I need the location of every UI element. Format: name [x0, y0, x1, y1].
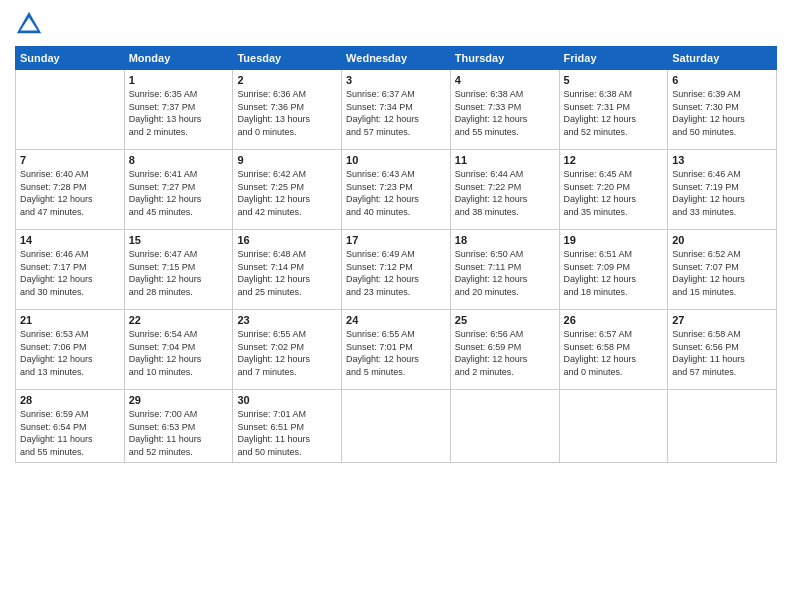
day-info: Sunrise: 6:51 AM Sunset: 7:09 PM Dayligh…	[564, 248, 664, 298]
day-number: 7	[20, 154, 120, 166]
day-number: 3	[346, 74, 446, 86]
calendar-cell	[668, 390, 777, 463]
day-info: Sunrise: 6:44 AM Sunset: 7:22 PM Dayligh…	[455, 168, 555, 218]
page-container: SundayMondayTuesdayWednesdayThursdayFrid…	[0, 0, 792, 468]
calendar-week-4: 28Sunrise: 6:59 AM Sunset: 6:54 PM Dayli…	[16, 390, 777, 463]
calendar-cell: 25Sunrise: 6:56 AM Sunset: 6:59 PM Dayli…	[450, 310, 559, 390]
calendar-cell: 21Sunrise: 6:53 AM Sunset: 7:06 PM Dayli…	[16, 310, 125, 390]
calendar-cell	[342, 390, 451, 463]
day-number: 25	[455, 314, 555, 326]
day-info: Sunrise: 6:56 AM Sunset: 6:59 PM Dayligh…	[455, 328, 555, 378]
calendar-week-3: 21Sunrise: 6:53 AM Sunset: 7:06 PM Dayli…	[16, 310, 777, 390]
day-number: 6	[672, 74, 772, 86]
day-number: 17	[346, 234, 446, 246]
calendar-week-2: 14Sunrise: 6:46 AM Sunset: 7:17 PM Dayli…	[16, 230, 777, 310]
calendar-cell: 5Sunrise: 6:38 AM Sunset: 7:31 PM Daylig…	[559, 70, 668, 150]
calendar-cell: 22Sunrise: 6:54 AM Sunset: 7:04 PM Dayli…	[124, 310, 233, 390]
day-number: 13	[672, 154, 772, 166]
day-number: 5	[564, 74, 664, 86]
day-number: 10	[346, 154, 446, 166]
logo-icon	[15, 10, 43, 38]
calendar-cell: 2Sunrise: 6:36 AM Sunset: 7:36 PM Daylig…	[233, 70, 342, 150]
day-number: 4	[455, 74, 555, 86]
day-info: Sunrise: 7:01 AM Sunset: 6:51 PM Dayligh…	[237, 408, 337, 458]
day-info: Sunrise: 6:47 AM Sunset: 7:15 PM Dayligh…	[129, 248, 229, 298]
col-header-sunday: Sunday	[16, 47, 125, 70]
calendar-cell: 23Sunrise: 6:55 AM Sunset: 7:02 PM Dayli…	[233, 310, 342, 390]
day-number: 24	[346, 314, 446, 326]
calendar-cell: 4Sunrise: 6:38 AM Sunset: 7:33 PM Daylig…	[450, 70, 559, 150]
day-info: Sunrise: 6:36 AM Sunset: 7:36 PM Dayligh…	[237, 88, 337, 138]
day-info: Sunrise: 6:57 AM Sunset: 6:58 PM Dayligh…	[564, 328, 664, 378]
calendar-cell: 27Sunrise: 6:58 AM Sunset: 6:56 PM Dayli…	[668, 310, 777, 390]
calendar-cell: 20Sunrise: 6:52 AM Sunset: 7:07 PM Dayli…	[668, 230, 777, 310]
calendar-cell: 19Sunrise: 6:51 AM Sunset: 7:09 PM Dayli…	[559, 230, 668, 310]
calendar-cell: 30Sunrise: 7:01 AM Sunset: 6:51 PM Dayli…	[233, 390, 342, 463]
day-number: 18	[455, 234, 555, 246]
day-info: Sunrise: 7:00 AM Sunset: 6:53 PM Dayligh…	[129, 408, 229, 458]
calendar-week-0: 1Sunrise: 6:35 AM Sunset: 7:37 PM Daylig…	[16, 70, 777, 150]
day-info: Sunrise: 6:48 AM Sunset: 7:14 PM Dayligh…	[237, 248, 337, 298]
day-number: 27	[672, 314, 772, 326]
calendar-cell	[450, 390, 559, 463]
calendar-table: SundayMondayTuesdayWednesdayThursdayFrid…	[15, 46, 777, 463]
day-info: Sunrise: 6:52 AM Sunset: 7:07 PM Dayligh…	[672, 248, 772, 298]
calendar-cell: 10Sunrise: 6:43 AM Sunset: 7:23 PM Dayli…	[342, 150, 451, 230]
col-header-thursday: Thursday	[450, 47, 559, 70]
calendar-cell: 18Sunrise: 6:50 AM Sunset: 7:11 PM Dayli…	[450, 230, 559, 310]
calendar-cell: 24Sunrise: 6:55 AM Sunset: 7:01 PM Dayli…	[342, 310, 451, 390]
calendar-cell: 11Sunrise: 6:44 AM Sunset: 7:22 PM Dayli…	[450, 150, 559, 230]
calendar-cell: 16Sunrise: 6:48 AM Sunset: 7:14 PM Dayli…	[233, 230, 342, 310]
calendar-cell: 7Sunrise: 6:40 AM Sunset: 7:28 PM Daylig…	[16, 150, 125, 230]
day-info: Sunrise: 6:54 AM Sunset: 7:04 PM Dayligh…	[129, 328, 229, 378]
calendar-cell: 14Sunrise: 6:46 AM Sunset: 7:17 PM Dayli…	[16, 230, 125, 310]
logo	[15, 10, 47, 38]
day-number: 20	[672, 234, 772, 246]
day-info: Sunrise: 6:41 AM Sunset: 7:27 PM Dayligh…	[129, 168, 229, 218]
day-info: Sunrise: 6:38 AM Sunset: 7:33 PM Dayligh…	[455, 88, 555, 138]
col-header-saturday: Saturday	[668, 47, 777, 70]
day-number: 28	[20, 394, 120, 406]
day-info: Sunrise: 6:39 AM Sunset: 7:30 PM Dayligh…	[672, 88, 772, 138]
day-info: Sunrise: 6:53 AM Sunset: 7:06 PM Dayligh…	[20, 328, 120, 378]
day-number: 8	[129, 154, 229, 166]
col-header-tuesday: Tuesday	[233, 47, 342, 70]
calendar-cell: 6Sunrise: 6:39 AM Sunset: 7:30 PM Daylig…	[668, 70, 777, 150]
day-info: Sunrise: 6:45 AM Sunset: 7:20 PM Dayligh…	[564, 168, 664, 218]
day-number: 2	[237, 74, 337, 86]
calendar-cell: 13Sunrise: 6:46 AM Sunset: 7:19 PM Dayli…	[668, 150, 777, 230]
day-number: 9	[237, 154, 337, 166]
day-info: Sunrise: 6:46 AM Sunset: 7:19 PM Dayligh…	[672, 168, 772, 218]
day-number: 12	[564, 154, 664, 166]
day-number: 21	[20, 314, 120, 326]
calendar-header-row: SundayMondayTuesdayWednesdayThursdayFrid…	[16, 47, 777, 70]
day-number: 15	[129, 234, 229, 246]
calendar-cell	[559, 390, 668, 463]
col-header-monday: Monday	[124, 47, 233, 70]
header	[15, 10, 777, 38]
day-number: 1	[129, 74, 229, 86]
day-info: Sunrise: 6:38 AM Sunset: 7:31 PM Dayligh…	[564, 88, 664, 138]
day-number: 19	[564, 234, 664, 246]
calendar-cell: 26Sunrise: 6:57 AM Sunset: 6:58 PM Dayli…	[559, 310, 668, 390]
calendar-cell: 3Sunrise: 6:37 AM Sunset: 7:34 PM Daylig…	[342, 70, 451, 150]
calendar-cell: 28Sunrise: 6:59 AM Sunset: 6:54 PM Dayli…	[16, 390, 125, 463]
calendar-cell: 29Sunrise: 7:00 AM Sunset: 6:53 PM Dayli…	[124, 390, 233, 463]
calendar-cell: 9Sunrise: 6:42 AM Sunset: 7:25 PM Daylig…	[233, 150, 342, 230]
day-info: Sunrise: 6:55 AM Sunset: 7:02 PM Dayligh…	[237, 328, 337, 378]
calendar-cell: 1Sunrise: 6:35 AM Sunset: 7:37 PM Daylig…	[124, 70, 233, 150]
col-header-wednesday: Wednesday	[342, 47, 451, 70]
day-info: Sunrise: 6:55 AM Sunset: 7:01 PM Dayligh…	[346, 328, 446, 378]
day-number: 16	[237, 234, 337, 246]
day-info: Sunrise: 6:50 AM Sunset: 7:11 PM Dayligh…	[455, 248, 555, 298]
day-number: 23	[237, 314, 337, 326]
day-info: Sunrise: 6:49 AM Sunset: 7:12 PM Dayligh…	[346, 248, 446, 298]
day-info: Sunrise: 6:58 AM Sunset: 6:56 PM Dayligh…	[672, 328, 772, 378]
day-number: 14	[20, 234, 120, 246]
day-info: Sunrise: 6:37 AM Sunset: 7:34 PM Dayligh…	[346, 88, 446, 138]
day-number: 29	[129, 394, 229, 406]
calendar-cell	[16, 70, 125, 150]
calendar-cell: 15Sunrise: 6:47 AM Sunset: 7:15 PM Dayli…	[124, 230, 233, 310]
calendar-week-1: 7Sunrise: 6:40 AM Sunset: 7:28 PM Daylig…	[16, 150, 777, 230]
calendar-cell: 12Sunrise: 6:45 AM Sunset: 7:20 PM Dayli…	[559, 150, 668, 230]
